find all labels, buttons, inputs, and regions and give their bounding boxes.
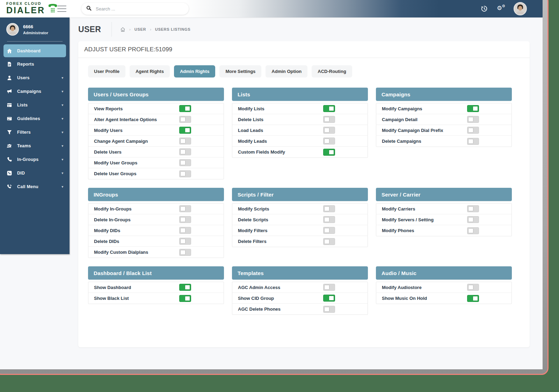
- search-input[interactable]: [96, 6, 184, 12]
- breadcrumb-item-users-listings[interactable]: USERS LISTINGS: [155, 27, 190, 31]
- sidebar-item-in-groups[interactable]: In-Groups▾: [0, 153, 70, 166]
- chevron-down-icon: ▾: [61, 171, 63, 175]
- permission-label: Show Black List: [94, 296, 179, 301]
- toggle-modify-phones[interactable]: [467, 227, 479, 234]
- sidebar-item-label: Reports: [17, 62, 64, 67]
- permission-row-change-agent-campaign: Change Agent Campaign: [88, 136, 224, 147]
- toggle-campaign-detail[interactable]: [467, 116, 479, 123]
- toggle-delete-dids[interactable]: [179, 238, 191, 245]
- sidebar-item-did[interactable]: DID▾: [0, 166, 70, 180]
- toggle-modify-servers-setting[interactable]: [467, 216, 479, 223]
- home-icon: [6, 48, 12, 54]
- toggle-delete-filters[interactable]: [323, 238, 335, 245]
- toggle-modify-campaigns[interactable]: [467, 105, 479, 112]
- permission-label: Modify User Groups: [94, 160, 179, 165]
- permission-label: Campaign Detail: [382, 117, 467, 122]
- toggle-delete-lists[interactable]: [323, 116, 335, 123]
- permission-row-modify-campaigns: Modify Campaigns: [376, 103, 511, 114]
- tab-agent-rights[interactable]: Agent Rights: [130, 65, 170, 77]
- toggle-agc-delete-phones[interactable]: [323, 306, 335, 313]
- page-title: USER: [78, 25, 101, 34]
- toggle-show-black-list[interactable]: [179, 295, 191, 302]
- toggle-modify-filters[interactable]: [323, 227, 335, 234]
- permission-row-delete-campaigns: Delete Campaigns: [376, 136, 511, 147]
- phone-volume-icon: [6, 184, 12, 190]
- tab-admin-option[interactable]: Admin Option: [266, 65, 307, 77]
- sidebar-item-call-menu[interactable]: Call Menu▾: [0, 180, 70, 193]
- toggle-view-reports[interactable]: [179, 105, 191, 112]
- toggle-alter-agent-interface-options[interactable]: [179, 116, 191, 123]
- chevron-down-icon: ▾: [61, 185, 63, 188]
- permission-label: AGC Admin Access: [238, 285, 323, 290]
- permission-label: AGC Delete Phones: [238, 306, 323, 312]
- permission-row-show-black-list: Show Black List: [88, 293, 224, 304]
- funnel-icon: [6, 129, 12, 135]
- toggle-knob: [468, 217, 473, 222]
- user-avatar[interactable]: [514, 2, 527, 15]
- panel-rows: Modify In-GroupsDelete In-GroupsModify D…: [88, 203, 224, 258]
- tab-user-profile[interactable]: User Profile: [88, 65, 125, 77]
- toggle-knob: [324, 139, 329, 143]
- toggle-delete-users[interactable]: [179, 148, 191, 155]
- toggle-delete-in-groups[interactable]: [179, 216, 191, 223]
- toggle-modify-custom-dialplans[interactable]: [179, 249, 191, 256]
- sidebar-item-filters[interactable]: Filters▾: [0, 125, 70, 139]
- sidebar-user-block[interactable]: 6666 Administrator: [0, 17, 70, 40]
- permission-row-delete-filters: Delete Filters: [232, 236, 368, 247]
- toggle-modify-users[interactable]: [179, 127, 191, 134]
- sidebar-item-teams[interactable]: Teams▾: [0, 139, 70, 153]
- permission-label: Delete User Groups: [94, 171, 179, 176]
- toggle-modify-in-groups[interactable]: [179, 205, 191, 212]
- app-logo[interactable]: FOREX CLOUD DIALER: [6, 2, 58, 15]
- permission-label: Show Music On Hold: [382, 296, 467, 301]
- tab-acd-routing[interactable]: ACD-Routing: [312, 65, 352, 77]
- toggle-change-agent-campaign[interactable]: [179, 138, 191, 145]
- toggle-knob: [329, 106, 334, 111]
- toggle-modify-user-groups[interactable]: [179, 159, 191, 166]
- toggle-delete-user-groups[interactable]: [179, 170, 191, 177]
- sidebar-item-users[interactable]: Users▾: [0, 71, 70, 84]
- history-icon[interactable]: [480, 5, 488, 13]
- toggle-show-cid-group[interactable]: [323, 295, 335, 302]
- sidebar-item-reports[interactable]: Reports: [0, 57, 70, 71]
- sidebar-item-campaigns[interactable]: Campaigns▾: [0, 84, 70, 98]
- permission-label: Delete Users: [94, 149, 179, 155]
- toggle-modify-leads[interactable]: [323, 138, 335, 145]
- sidebar-item-lists[interactable]: Lists▾: [0, 98, 70, 112]
- toggle-knob: [468, 139, 473, 144]
- permission-label: Delete DIDs: [94, 239, 179, 244]
- permission-label: Modify Filters: [238, 228, 323, 233]
- permission-label: Modify Servers / Setting: [382, 217, 467, 222]
- toggle-modify-audiostore[interactable]: [467, 284, 479, 291]
- menu-toggle-button[interactable]: [57, 6, 66, 12]
- toggle-knob: [180, 217, 186, 222]
- tab-admin-rights[interactable]: Admin Rights: [174, 65, 216, 77]
- toggle-modify-carriers[interactable]: [467, 205, 479, 212]
- sidebar-item-guidelines[interactable]: Guidelines▾: [0, 112, 70, 125]
- sidebar-item-dashboard[interactable]: Dashboard: [3, 44, 66, 57]
- tab-more-settings[interactable]: More Settings: [219, 65, 261, 77]
- panel-dashboard-black-list: Dashboard / Black ListShow DashboardShow…: [88, 266, 224, 304]
- toggle-modify-dids[interactable]: [179, 227, 191, 234]
- toggle-modify-lists[interactable]: [323, 105, 335, 112]
- settings-gears-icon[interactable]: ⚙⚙: [497, 5, 505, 13]
- breadcrumb-item-user[interactable]: USER: [135, 27, 146, 31]
- toggle-delete-scripts[interactable]: [323, 216, 335, 223]
- toggle-delete-campaigns[interactable]: [467, 138, 479, 145]
- toggle-knob: [468, 228, 473, 233]
- permission-label: Delete Filters: [238, 239, 323, 244]
- toggle-modify-scripts[interactable]: [323, 205, 335, 212]
- home-icon[interactable]: [120, 27, 125, 32]
- toggle-modify-campaign-dial-prefix[interactable]: [467, 127, 479, 134]
- team-icon: [6, 143, 12, 149]
- permission-label: Modify Carriers: [382, 206, 467, 212]
- panel-title: Users / Users Groups: [88, 88, 224, 101]
- toggle-show-dashboard[interactable]: [179, 284, 191, 291]
- toggle-show-music-on-hold[interactable]: [467, 295, 479, 302]
- card-icon: [6, 116, 12, 121]
- toggle-custom-fields-modify[interactable]: [323, 149, 335, 156]
- toggle-agc-admin-access[interactable]: [323, 284, 335, 291]
- topbar-actions: ⚙⚙: [480, 0, 527, 17]
- toggle-load-leads[interactable]: [323, 127, 335, 134]
- search-bar[interactable]: [81, 3, 189, 15]
